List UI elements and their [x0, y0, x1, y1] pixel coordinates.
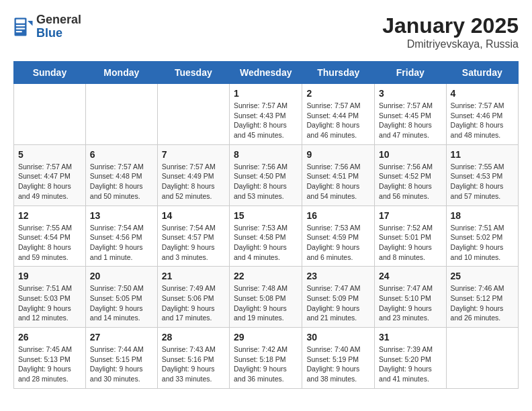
calendar-cell: 7Sunrise: 7:57 AM Sunset: 4:49 PM Daylig…: [157, 144, 229, 205]
calendar-cell: 10Sunrise: 7:56 AM Sunset: 4:52 PM Dayli…: [375, 144, 446, 205]
day-info: Sunrise: 7:54 AM Sunset: 4:56 PM Dayligh…: [90, 223, 153, 263]
day-info: Sunrise: 7:57 AM Sunset: 4:46 PM Dayligh…: [451, 101, 514, 140]
logo: General Blue: [13, 13, 81, 40]
calendar-cell: 19Sunrise: 7:51 AM Sunset: 5:03 PM Dayli…: [14, 267, 86, 328]
weekday-header: Sunday: [14, 62, 86, 84]
calendar-cell: [157, 84, 229, 145]
calendar-week-row: 1Sunrise: 7:57 AM Sunset: 4:43 PM Daylig…: [14, 84, 519, 145]
calendar-cell: 8Sunrise: 7:56 AM Sunset: 4:50 PM Daylig…: [229, 144, 302, 205]
day-number: 7: [162, 149, 225, 160]
day-info: Sunrise: 7:52 AM Sunset: 5:01 PM Dayligh…: [379, 223, 441, 263]
day-number: 6: [90, 149, 153, 160]
calendar-cell: 28Sunrise: 7:43 AM Sunset: 5:16 PM Dayli…: [157, 328, 229, 389]
day-info: Sunrise: 7:51 AM Sunset: 5:03 PM Dayligh…: [18, 283, 81, 323]
day-info: Sunrise: 7:48 AM Sunset: 5:08 PM Dayligh…: [234, 283, 298, 323]
day-info: Sunrise: 7:46 AM Sunset: 5:12 PM Dayligh…: [451, 283, 514, 323]
day-number: 18: [451, 210, 514, 221]
day-number: 21: [162, 271, 225, 281]
logo-general: General: [36, 13, 81, 27]
day-info: Sunrise: 7:57 AM Sunset: 4:44 PM Dayligh…: [306, 101, 370, 140]
svg-rect-4: [16, 25, 26, 26]
day-info: Sunrise: 7:57 AM Sunset: 4:48 PM Dayligh…: [90, 162, 153, 201]
weekday-header: Thursday: [302, 62, 375, 84]
calendar-cell: 11Sunrise: 7:55 AM Sunset: 4:53 PM Dayli…: [446, 144, 518, 205]
day-number: 27: [90, 332, 153, 342]
logo-icon: [13, 17, 34, 37]
day-number: 9: [306, 149, 370, 160]
calendar-table: SundayMondayTuesdayWednesdayThursdayFrid…: [13, 61, 519, 389]
calendar-week-row: 5Sunrise: 7:57 AM Sunset: 4:47 PM Daylig…: [14, 144, 519, 205]
day-info: Sunrise: 7:55 AM Sunset: 4:53 PM Dayligh…: [451, 162, 514, 201]
day-info: Sunrise: 7:40 AM Sunset: 5:19 PM Dayligh…: [306, 345, 370, 384]
day-number: 5: [18, 149, 81, 160]
day-number: 28: [162, 332, 225, 342]
calendar-cell: 23Sunrise: 7:47 AM Sunset: 5:09 PM Dayli…: [302, 267, 375, 328]
day-info: Sunrise: 7:56 AM Sunset: 4:50 PM Dayligh…: [234, 162, 298, 201]
day-info: Sunrise: 7:45 AM Sunset: 5:13 PM Dayligh…: [18, 345, 81, 384]
day-info: Sunrise: 7:50 AM Sunset: 5:05 PM Dayligh…: [90, 283, 153, 323]
day-info: Sunrise: 7:47 AM Sunset: 5:09 PM Dayligh…: [306, 283, 370, 323]
day-number: 24: [379, 271, 441, 281]
weekday-header: Wednesday: [229, 62, 302, 84]
day-info: Sunrise: 7:51 AM Sunset: 5:02 PM Dayligh…: [451, 223, 514, 263]
day-number: 14: [162, 210, 225, 221]
calendar-cell: 29Sunrise: 7:42 AM Sunset: 5:18 PM Dayli…: [229, 328, 302, 389]
day-info: Sunrise: 7:43 AM Sunset: 5:16 PM Dayligh…: [162, 345, 225, 384]
day-number: 15: [234, 210, 298, 221]
svg-rect-6: [16, 31, 22, 32]
day-info: Sunrise: 7:42 AM Sunset: 5:18 PM Dayligh…: [234, 345, 298, 384]
svg-rect-3: [16, 19, 26, 24]
day-info: Sunrise: 7:57 AM Sunset: 4:47 PM Dayligh…: [18, 162, 81, 201]
day-number: 19: [18, 271, 81, 281]
calendar-cell: 24Sunrise: 7:47 AM Sunset: 5:10 PM Dayli…: [375, 267, 446, 328]
day-info: Sunrise: 7:57 AM Sunset: 4:45 PM Dayligh…: [379, 101, 441, 140]
day-info: Sunrise: 7:55 AM Sunset: 4:54 PM Dayligh…: [18, 223, 81, 263]
calendar-cell: 26Sunrise: 7:45 AM Sunset: 5:13 PM Dayli…: [14, 328, 86, 389]
weekday-header: Monday: [85, 62, 157, 84]
day-number: 8: [234, 149, 298, 160]
day-number: 23: [306, 271, 370, 281]
calendar-week-row: 12Sunrise: 7:55 AM Sunset: 4:54 PM Dayli…: [14, 205, 519, 267]
calendar-cell: [446, 328, 518, 389]
calendar-cell: 18Sunrise: 7:51 AM Sunset: 5:02 PM Dayli…: [446, 205, 518, 267]
weekday-header-row: SundayMondayTuesdayWednesdayThursdayFrid…: [14, 62, 519, 84]
calendar-subtitle: Dmitriyevskaya, Russia: [382, 38, 519, 50]
calendar-cell: 31Sunrise: 7:39 AM Sunset: 5:20 PM Dayli…: [375, 328, 446, 389]
calendar-cell: 27Sunrise: 7:44 AM Sunset: 5:15 PM Dayli…: [85, 328, 157, 389]
calendar-cell: 4Sunrise: 7:57 AM Sunset: 4:46 PM Daylig…: [446, 84, 518, 145]
logo-blue: Blue: [36, 27, 81, 40]
day-info: Sunrise: 7:53 AM Sunset: 4:59 PM Dayligh…: [306, 223, 370, 263]
day-info: Sunrise: 7:56 AM Sunset: 4:51 PM Dayligh…: [306, 162, 370, 201]
day-info: Sunrise: 7:56 AM Sunset: 4:52 PM Dayligh…: [379, 162, 441, 201]
calendar-cell: 16Sunrise: 7:53 AM Sunset: 4:59 PM Dayli…: [302, 205, 375, 267]
day-number: 3: [379, 88, 441, 99]
day-info: Sunrise: 7:57 AM Sunset: 4:49 PM Dayligh…: [162, 162, 225, 201]
day-number: 10: [379, 149, 441, 160]
calendar-cell: 30Sunrise: 7:40 AM Sunset: 5:19 PM Dayli…: [302, 328, 375, 389]
calendar-cell: 12Sunrise: 7:55 AM Sunset: 4:54 PM Dayli…: [14, 205, 86, 267]
day-info: Sunrise: 7:57 AM Sunset: 4:43 PM Dayligh…: [234, 101, 298, 140]
calendar-cell: 14Sunrise: 7:54 AM Sunset: 4:57 PM Dayli…: [157, 205, 229, 267]
day-info: Sunrise: 7:39 AM Sunset: 5:20 PM Dayligh…: [379, 345, 441, 384]
calendar-title: January 2025: [382, 13, 519, 38]
day-info: Sunrise: 7:53 AM Sunset: 4:58 PM Dayligh…: [234, 223, 298, 263]
calendar-cell: 9Sunrise: 7:56 AM Sunset: 4:51 PM Daylig…: [302, 144, 375, 205]
day-number: 11: [451, 149, 514, 160]
weekday-header: Friday: [375, 62, 446, 84]
page-header: General Blue January 2025 Dmitriyevskaya…: [13, 13, 519, 50]
title-block: January 2025 Dmitriyevskaya, Russia: [382, 13, 519, 50]
calendar-cell: 13Sunrise: 7:54 AM Sunset: 4:56 PM Dayli…: [85, 205, 157, 267]
day-number: 4: [451, 88, 514, 99]
day-number: 25: [451, 271, 514, 281]
calendar-cell: 21Sunrise: 7:49 AM Sunset: 5:06 PM Dayli…: [157, 267, 229, 328]
weekday-header: Tuesday: [157, 62, 229, 84]
day-info: Sunrise: 7:54 AM Sunset: 4:57 PM Dayligh…: [162, 223, 225, 263]
calendar-week-row: 26Sunrise: 7:45 AM Sunset: 5:13 PM Dayli…: [14, 328, 519, 389]
calendar-cell: 20Sunrise: 7:50 AM Sunset: 5:05 PM Dayli…: [85, 267, 157, 328]
calendar-cell: [85, 84, 157, 145]
calendar-cell: 17Sunrise: 7:52 AM Sunset: 5:01 PM Dayli…: [375, 205, 446, 267]
day-number: 26: [18, 332, 81, 342]
day-number: 1: [234, 88, 298, 99]
day-number: 20: [90, 271, 153, 281]
calendar-cell: 22Sunrise: 7:48 AM Sunset: 5:08 PM Dayli…: [229, 267, 302, 328]
